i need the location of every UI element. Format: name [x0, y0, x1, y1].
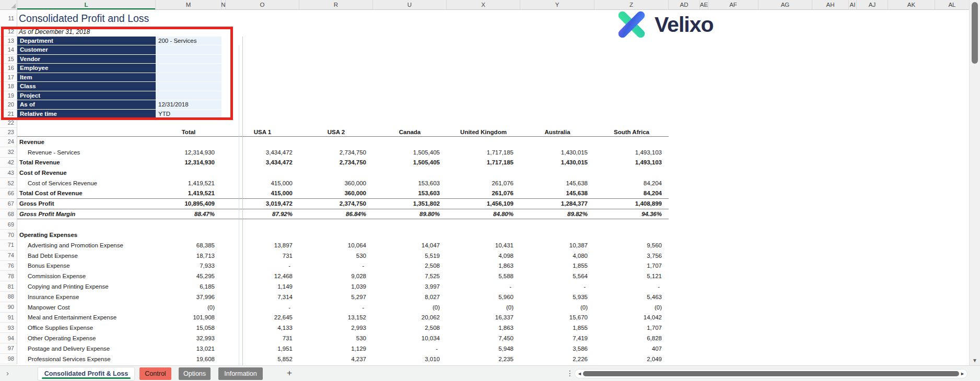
row-header-93[interactable]: 93	[0, 323, 17, 333]
report-cell[interactable]: 10,064	[299, 242, 373, 248]
report-cell[interactable]: 6,185	[156, 283, 221, 290]
report-cell[interactable]: 2,734,750	[299, 159, 373, 165]
report-cell[interactable]: 1,039	[299, 283, 373, 290]
report-row-label[interactable]: Total Cost of Revenue	[17, 190, 156, 196]
column-header-U[interactable]: U	[373, 0, 447, 9]
report-row-label[interactable]: Commission Expense	[17, 273, 156, 279]
report-cell[interactable]: 14,042	[594, 314, 669, 320]
report-cell[interactable]: 1,129	[299, 346, 373, 352]
vertical-scrollbar[interactable]: ▼	[969, 0, 980, 365]
report-cell[interactable]: 415,000	[226, 180, 299, 186]
report-cell[interactable]: 84.80%	[447, 211, 520, 217]
report-row-label[interactable]: Office Supplies Expense	[17, 325, 156, 331]
report-cell[interactable]: 1,863	[447, 263, 520, 269]
report-cell[interactable]: 2,235	[447, 356, 520, 362]
report-row-label[interactable]: Gross Profit Margin	[17, 211, 156, 217]
report-cell[interactable]: 3,434,472	[226, 159, 299, 165]
scrollbar-drag-handle-icon[interactable]: ⋮	[566, 369, 574, 377]
column-header-AD[interactable]: AD	[669, 0, 700, 9]
report-row-label[interactable]: Operating Expenses	[17, 232, 156, 238]
control-label-as-of[interactable]: As of	[17, 100, 156, 110]
control-value-employee[interactable]	[156, 64, 221, 73]
control-value-relative-time[interactable]: YTD	[156, 110, 221, 119]
report-cell[interactable]: 5,935	[520, 294, 594, 300]
column-header-M[interactable]: M	[156, 0, 221, 9]
report-cell[interactable]: 530	[299, 253, 373, 259]
report-cell[interactable]: 89.80%	[373, 211, 447, 217]
column-header-AL[interactable]: AL	[935, 0, 970, 9]
column-header-R[interactable]: R	[299, 0, 373, 9]
report-cell[interactable]: -	[373, 346, 447, 352]
report-cell[interactable]: 101,908	[156, 314, 221, 320]
report-cell[interactable]: -	[594, 283, 669, 290]
report-cell[interactable]: 37,996	[156, 294, 221, 300]
row-header-22[interactable]: 22	[0, 118, 17, 128]
report-cell[interactable]: 15,670	[520, 314, 594, 320]
report-cell[interactable]: 5,463	[594, 294, 669, 300]
report-cell[interactable]: 1,149	[226, 283, 299, 290]
report-cell[interactable]: 13,152	[299, 314, 373, 320]
report-cell[interactable]: 2,993	[299, 325, 373, 331]
report-cell[interactable]: 153,603	[373, 180, 447, 186]
report-cell[interactable]: 13,897	[226, 242, 299, 248]
report-cell[interactable]: 88.47%	[156, 211, 221, 217]
control-value-class[interactable]	[156, 82, 221, 91]
scroll-down-arrow-icon[interactable]: ▼	[972, 358, 977, 363]
report-cell[interactable]: 45,295	[156, 273, 221, 279]
control-label-relative-time[interactable]: Relative time	[17, 110, 156, 119]
report-cell[interactable]: (0)	[520, 304, 594, 311]
report-cell[interactable]: 5,519	[373, 253, 447, 259]
report-row-label[interactable]: Advertising and Promotion Expense	[17, 242, 156, 248]
row-header-24[interactable]: 24	[0, 137, 17, 147]
report-cell[interactable]: 7,525	[373, 273, 447, 279]
report-row-label[interactable]: Postage and Delivery Expense	[17, 346, 156, 352]
sheet-grid[interactable]: Consolidated Profit and LossAs of Decemb…	[17, 9, 970, 365]
report-cell[interactable]: 1,951	[226, 346, 299, 352]
report-cell[interactable]: 5,588	[447, 273, 520, 279]
report-cell[interactable]: 19,608	[156, 356, 221, 362]
control-label-customer[interactable]: Customer	[17, 45, 156, 55]
report-cell[interactable]: -	[226, 304, 299, 311]
column-header-AE[interactable]: AE	[700, 0, 708, 9]
report-cell[interactable]: 1,717,185	[447, 149, 520, 156]
report-cell[interactable]: 261,076	[447, 180, 520, 186]
report-cell[interactable]: 1,351,802	[373, 200, 447, 207]
column-header-AK[interactable]: AK	[888, 0, 935, 9]
tab-options[interactable]: Options	[179, 367, 211, 380]
report-column-header-south-africa[interactable]: South Africa	[594, 129, 669, 135]
report-cell[interactable]: -	[299, 263, 373, 269]
row-header-76[interactable]: 76	[0, 261, 17, 271]
control-label-vendor[interactable]: Vendor	[17, 55, 156, 64]
report-cell[interactable]: (0)	[447, 304, 520, 311]
report-cell[interactable]: 14,047	[373, 242, 447, 248]
row-header-88[interactable]: 88	[0, 292, 17, 302]
report-cell[interactable]: 2,508	[373, 263, 447, 269]
report-cell[interactable]: 18,713	[156, 253, 221, 259]
report-cell[interactable]: 6,828	[594, 335, 669, 341]
row-header-69[interactable]: 69	[0, 219, 17, 230]
control-label-class[interactable]: Class	[17, 82, 156, 91]
report-row-label[interactable]: Meal and Entertainment Expense	[17, 314, 156, 320]
report-cell[interactable]: 7,450	[447, 335, 520, 341]
report-cell[interactable]: 4,133	[226, 325, 299, 331]
column-header-X[interactable]: X	[447, 0, 520, 9]
column-header-AJ[interactable]: AJ	[857, 0, 888, 9]
report-cell[interactable]: 12,314,930	[156, 159, 221, 165]
report-cell[interactable]: 360,000	[299, 190, 373, 196]
report-cell[interactable]: 8,027	[373, 294, 447, 300]
sheet-nav-chevron[interactable]: ›	[6, 368, 9, 377]
report-cell[interactable]: 1,430,015	[520, 149, 594, 156]
column-header-Y[interactable]: Y	[520, 0, 594, 9]
row-header-94[interactable]: 94	[0, 333, 17, 343]
row-header-17[interactable]: 17	[0, 73, 17, 82]
control-value-customer[interactable]	[156, 45, 221, 55]
report-cell[interactable]: 32,993	[156, 335, 221, 341]
report-cell[interactable]: 10,431	[447, 242, 520, 248]
report-cell[interactable]: 3,586	[520, 346, 594, 352]
report-cell[interactable]: 731	[226, 253, 299, 259]
report-cell[interactable]: (0)	[156, 304, 221, 311]
report-cell[interactable]: 4,080	[520, 253, 594, 259]
report-cell[interactable]: 3,010	[373, 356, 447, 362]
scroll-right-arrow-icon[interactable]: ►	[960, 371, 965, 376]
select-all-corner[interactable]	[0, 0, 17, 9]
